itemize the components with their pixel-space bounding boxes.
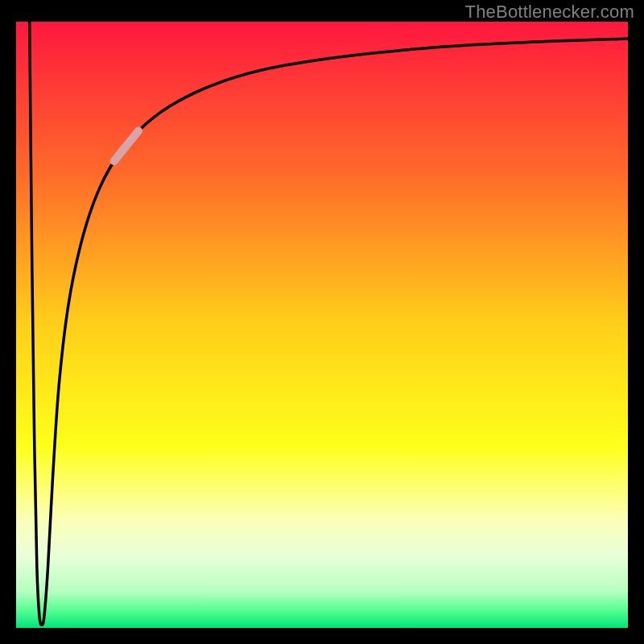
chart-container: TheBottlenecker.com bbox=[0, 0, 644, 644]
chart-svg bbox=[0, 0, 644, 644]
watermark-text: TheBottlenecker.com bbox=[465, 2, 634, 23]
plot-background bbox=[16, 22, 628, 628]
